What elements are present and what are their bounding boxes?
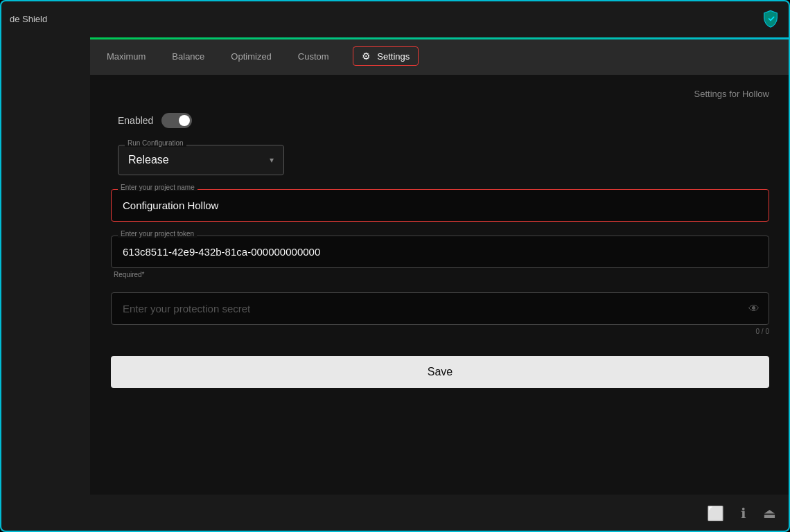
app-title: de Shield [10,14,47,24]
title-bar: de Shield [0,0,790,37]
tab-custom[interactable]: Custom [295,47,332,66]
toggle-knob [179,115,190,126]
project-name-input[interactable] [111,189,769,222]
run-config-group: Run Configuration Release ▾ [118,145,769,175]
nav-bar: Maximum Balance Optimized Custom ⚙ Setti… [90,37,790,75]
project-token-group: Enter your project token Required* [111,236,769,278]
chevron-down-icon: ▾ [270,155,274,165]
save-button[interactable]: Save [111,356,769,388]
protection-secret-counter: 0 / 0 [111,328,769,335]
tab-optimized[interactable]: Optimized [228,47,274,66]
eye-icon[interactable]: 👁 [748,303,760,315]
tab-balance[interactable]: Balance [169,47,207,66]
enabled-label: Enabled [118,115,153,126]
run-config-dropdown[interactable]: Release ▾ [118,145,284,175]
project-token-label: Enter your project token [118,230,197,238]
accent-line [90,37,790,39]
project-token-hint: Required* [114,271,769,278]
project-token-input[interactable] [111,236,769,268]
gear-icon: ⚙ [362,51,371,62]
sidebar [0,37,90,495]
protection-secret-wrapper: 👁 [111,292,769,325]
project-name-group: Enter your project name [111,189,769,222]
enabled-toggle[interactable] [161,113,192,128]
protection-secret-group: 👁 0 / 0 [111,292,769,335]
enabled-row: Enabled [118,113,769,128]
settings-for-label: Settings for Hollow [111,89,769,99]
exit-icon[interactable]: ⏏ [763,505,776,522]
restore-icon[interactable]: ⬜ [707,505,724,522]
project-name-label: Enter your project name [118,184,198,191]
tab-maximum[interactable]: Maximum [104,47,148,66]
info-icon[interactable]: ℹ [741,505,746,522]
run-config-value: Release [128,154,169,166]
run-config-label: Run Configuration [125,139,186,147]
shield-logo [761,9,780,28]
bottom-bar: ⬜ ℹ ⏏ [0,495,790,532]
tab-settings[interactable]: ⚙ Settings [353,46,419,66]
main-content: Settings for Hollow Enabled Run Configur… [90,75,790,495]
protection-secret-input[interactable] [111,292,769,325]
